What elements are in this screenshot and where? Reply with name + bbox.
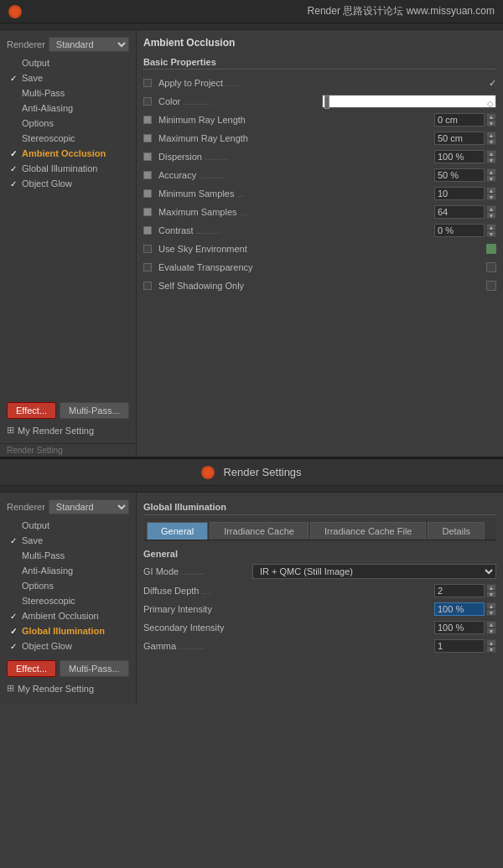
- secondary-intensity-up[interactable]: ▲: [486, 621, 496, 628]
- max-ray-spinner: ▲ ▼: [486, 132, 496, 145]
- min-ray-up[interactable]: ▲: [486, 113, 496, 120]
- color-row: Color ........... ◇: [143, 93, 496, 110]
- sidebar-item-stereoscopic[interactable]: Stereoscopic: [0, 131, 136, 146]
- min-ray-label: Minimum Ray Length: [143, 115, 434, 125]
- gi-title: Global Illumination: [143, 499, 496, 515]
- self-shadowing-checkbox[interactable]: [143, 282, 152, 290]
- min-ray-label-text: Minimum Ray Length: [158, 115, 246, 125]
- min-samples-input[interactable]: [434, 187, 485, 200]
- dispersion-up[interactable]: ▲: [486, 150, 496, 157]
- tab-general[interactable]: General: [147, 522, 208, 540]
- gamma-down[interactable]: ▼: [486, 646, 496, 653]
- accuracy-up[interactable]: ▲: [486, 168, 496, 175]
- secondary-intensity-input[interactable]: [434, 621, 485, 634]
- accuracy-checkbox[interactable]: [143, 171, 152, 179]
- gi-mode-select[interactable]: IR + QMC (Still Image): [252, 564, 496, 579]
- sidebar2-gi[interactable]: ✓ Global Illumination: [0, 623, 136, 638]
- sidebar2-save[interactable]: ✓ Save: [0, 533, 136, 548]
- toolbar-strip-1: [0, 23, 503, 30]
- multipass-button-2[interactable]: Multi-Pass...: [60, 660, 129, 677]
- use-sky-checkbox[interactable]: [143, 245, 152, 253]
- accuracy-input[interactable]: [434, 168, 485, 182]
- sidebar2-options[interactable]: Options: [0, 578, 136, 593]
- gamma-input[interactable]: [434, 639, 485, 653]
- effect-button-1[interactable]: Effect...: [7, 402, 56, 419]
- sidebar2-object-glow[interactable]: ✓ Object Glow: [0, 638, 136, 654]
- diffuse-depth-input[interactable]: [434, 584, 485, 597]
- renderer-label-2: Renderer: [7, 502, 45, 512]
- eval-transparency-checkbox[interactable]: [143, 263, 152, 271]
- effect-buttons-2: Effect... Multi-Pass...: [0, 657, 136, 680]
- tab-irradiance-file[interactable]: Irradiance Cache File: [310, 522, 427, 540]
- dispersion-input[interactable]: [434, 150, 485, 163]
- gamma-up[interactable]: ▲: [486, 639, 496, 646]
- tab-details[interactable]: Details: [428, 522, 485, 540]
- check-ao: ✓: [10, 149, 20, 158]
- accuracy-down[interactable]: ▼: [486, 175, 496, 182]
- diffuse-depth-label: Diffuse Depth ....: [143, 586, 434, 596]
- my-render-label-2: My Render Setting: [18, 684, 94, 694]
- max-ray-checkbox[interactable]: [143, 134, 152, 142]
- sidebar-item-output[interactable]: Output: [0, 55, 136, 70]
- secondary-intensity-down[interactable]: ▼: [486, 628, 496, 634]
- primary-intensity-up[interactable]: ▲: [486, 602, 496, 609]
- max-ray-down[interactable]: ▼: [486, 138, 496, 145]
- color-label-text: Color ...........: [158, 96, 211, 106]
- contrast-val: ▲ ▼: [434, 224, 496, 237]
- primary-intensity-input[interactable]: [434, 602, 485, 616]
- toolbar-strip-2: [0, 486, 503, 493]
- diffuse-depth-up[interactable]: ▲: [486, 584, 496, 591]
- max-ray-up[interactable]: ▲: [486, 132, 496, 138]
- dispersion-down[interactable]: ▼: [486, 157, 496, 163]
- multipass-button-1[interactable]: Multi-Pass...: [60, 402, 129, 419]
- sidebar-item-object-glow[interactable]: ✓ Object Glow: [0, 176, 136, 191]
- min-samples-up[interactable]: ▲: [486, 187, 496, 194]
- color-checkbox[interactable]: [143, 97, 152, 106]
- check-gi: ✓: [10, 164, 20, 173]
- diffuse-depth-row: Diffuse Depth .... ▲ ▼: [143, 582, 496, 599]
- min-ray-input[interactable]: [434, 113, 485, 127]
- sidebar2-antialiasing[interactable]: Anti-Aliasing: [0, 563, 136, 578]
- apply-to-project-checkbox[interactable]: [143, 79, 152, 87]
- sidebar2-multipass[interactable]: Multi-Pass: [0, 548, 136, 563]
- max-ray-input[interactable]: [434, 132, 485, 145]
- sidebar-item-stereoscopic-label: Stereoscopic: [22, 133, 75, 143]
- my-render-row-1[interactable]: ⊞ My Render Setting: [0, 422, 136, 438]
- max-samples-down[interactable]: ▼: [486, 212, 496, 219]
- dispersion-label-text: Dispersion .........: [158, 152, 228, 162]
- color-label: Color ...........: [143, 96, 319, 106]
- dispersion-checkbox[interactable]: [143, 152, 152, 161]
- sidebar-item-multipass[interactable]: Multi-Pass: [0, 85, 136, 101]
- min-ray-down[interactable]: ▼: [486, 120, 496, 127]
- max-samples-input[interactable]: [434, 205, 485, 219]
- max-samples-checkbox[interactable]: [143, 208, 152, 216]
- sidebar-item-save[interactable]: ✓ Save: [0, 70, 136, 85]
- color-bar[interactable]: ◇: [322, 95, 497, 108]
- sidebar-item-ao-label: Ambient Occlusion: [22, 148, 106, 158]
- sidebar-item-antialiasing[interactable]: Anti-Aliasing: [0, 101, 136, 116]
- tab-irradiance-cache[interactable]: Irradiance Cache: [210, 522, 309, 540]
- sidebar2-output[interactable]: Output: [0, 518, 136, 533]
- min-samples-checkbox[interactable]: [143, 189, 152, 198]
- eval-transparency-text: Evaluate Transparency: [158, 262, 253, 272]
- renderer-select-1[interactable]: Standard: [49, 37, 129, 52]
- sidebar2-stereoscopic[interactable]: Stereoscopic: [0, 593, 136, 608]
- min-ray-checkbox[interactable]: [143, 116, 152, 124]
- contrast-input[interactable]: [434, 224, 485, 237]
- contrast-checkbox[interactable]: [143, 226, 152, 235]
- renderer-row-1: Renderer Standard: [0, 34, 136, 55]
- contrast-down[interactable]: ▼: [486, 230, 496, 237]
- my-render-row-2[interactable]: ⊞ My Render Setting: [0, 680, 136, 696]
- renderer-select-2[interactable]: Standard: [49, 499, 129, 514]
- min-samples-down[interactable]: ▼: [486, 194, 496, 200]
- sidebar-item-global-illumination[interactable]: ✓ Global Illumination: [0, 161, 136, 176]
- effect-button-2[interactable]: Effect...: [7, 660, 56, 677]
- max-samples-up[interactable]: ▲: [486, 205, 496, 212]
- secondary-intensity-row: Global Illumination Secondary Intensity …: [143, 619, 496, 636]
- diffuse-depth-down[interactable]: ▼: [486, 591, 496, 597]
- primary-intensity-down[interactable]: ▼: [486, 609, 496, 616]
- contrast-up[interactable]: ▲: [486, 224, 496, 230]
- sidebar-item-options[interactable]: Options: [0, 116, 136, 131]
- sidebar-item-ambient-occlusion[interactable]: ✓ Ambient Occlusion: [0, 146, 136, 161]
- sidebar2-ao[interactable]: ✓ Ambient Occlusion: [0, 608, 136, 623]
